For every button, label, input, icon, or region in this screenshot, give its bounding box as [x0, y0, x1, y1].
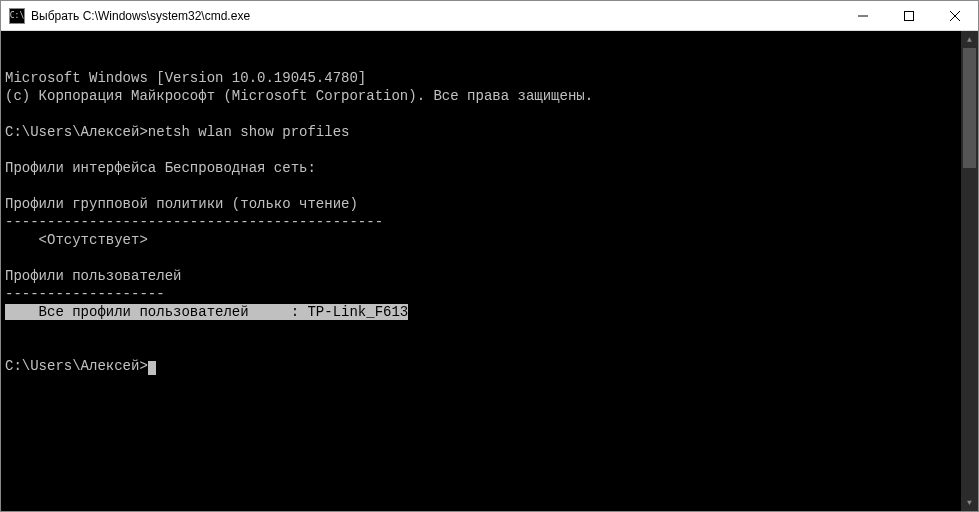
absent-line: <Отсутствует> — [5, 232, 148, 248]
divider-line-2: ------------------- — [5, 286, 165, 302]
svg-rect-1 — [905, 11, 914, 20]
section-interface: Профили интерфейса Беспроводная сеть: — [5, 160, 316, 176]
scroll-down-icon[interactable]: ▼ — [961, 494, 978, 511]
scrollbar-thumb[interactable] — [963, 48, 976, 168]
prompt-path: C:\Users\Алексей> — [5, 124, 148, 140]
cursor-icon — [148, 361, 156, 375]
minimize-button[interactable] — [840, 1, 886, 30]
selected-profile-text: Все профили пользователей : TP-Link_F613 — [5, 304, 408, 320]
scroll-up-icon[interactable]: ▲ — [961, 31, 978, 48]
terminal-area[interactable]: Microsoft Windows [Version 10.0.19045.47… — [1, 31, 978, 511]
prompt-line-2[interactable]: C:\Users\Алексей> — [5, 358, 156, 374]
version-line: Microsoft Windows [Version 10.0.19045.47… — [5, 70, 366, 86]
command-text: netsh wlan show profiles — [148, 124, 350, 140]
cmd-icon: C:\ — [9, 8, 25, 24]
window-controls — [840, 1, 978, 30]
divider-line: ----------------------------------------… — [5, 214, 383, 230]
close-button[interactable] — [932, 1, 978, 30]
highlighted-profile-row[interactable]: Все профили пользователей : TP-Link_F613 — [5, 304, 408, 320]
vertical-scrollbar[interactable]: ▲ ▼ — [961, 31, 978, 511]
section-user-profiles: Профили пользователей — [5, 268, 181, 284]
prompt-path: C:\Users\Алексей> — [5, 358, 148, 374]
maximize-button[interactable] — [886, 1, 932, 30]
cmd-window: C:\ Выбрать C:\Windows\system32\cmd.exe … — [0, 0, 979, 512]
section-group-policy: Профили групповой политики (только чтени… — [5, 196, 358, 212]
copyright-line: (c) Корпорация Майкрософт (Microsoft Cor… — [5, 88, 593, 104]
titlebar[interactable]: C:\ Выбрать C:\Windows\system32\cmd.exe — [1, 1, 978, 31]
prompt-line-1: C:\Users\Алексей>netsh wlan show profile… — [5, 124, 349, 140]
terminal-content: Microsoft Windows [Version 10.0.19045.47… — [5, 69, 974, 375]
window-title: Выбрать C:\Windows\system32\cmd.exe — [31, 9, 840, 23]
